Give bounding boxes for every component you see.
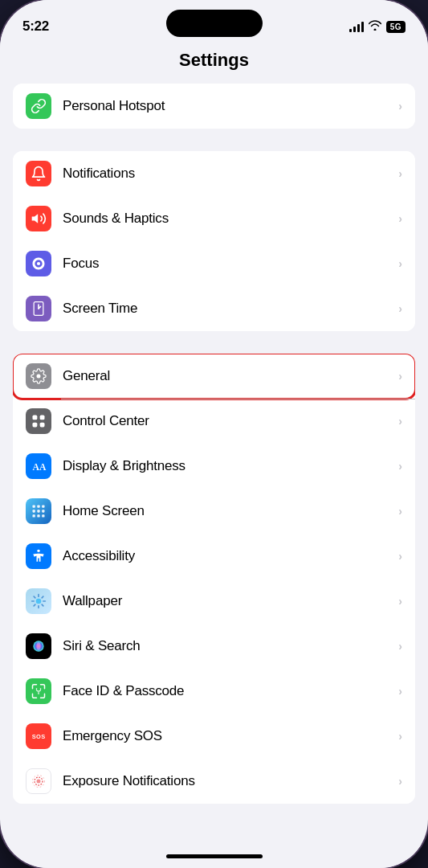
chevron-icon: ›	[398, 212, 402, 225]
svg-point-1	[37, 262, 40, 265]
svg-line-26	[34, 596, 35, 598]
svg-rect-12	[37, 506, 39, 508]
general-icon	[26, 363, 51, 389]
chevron-icon: ›	[398, 550, 402, 563]
emergency-sos-row[interactable]: SOS Emergency SOS ›	[13, 714, 415, 759]
general-label: General	[63, 368, 392, 384]
svg-rect-18	[37, 514, 39, 517]
notifications-row[interactable]: Notifications ›	[13, 151, 415, 196]
notifications-group: Notifications › Sounds & Haptics ›	[13, 151, 415, 331]
svg-line-27	[42, 604, 43, 606]
sounds-haptics-icon	[26, 206, 51, 231]
general-row[interactable]: General ›	[13, 354, 415, 399]
svg-rect-9	[40, 423, 45, 428]
emergency-sos-label: Emergency SOS	[63, 728, 392, 744]
svg-rect-19	[42, 514, 44, 517]
svg-line-29	[34, 604, 35, 606]
sounds-haptics-label: Sounds & Haptics	[63, 211, 392, 227]
home-screen-row[interactable]: Home Screen ›	[13, 489, 415, 534]
chevron-icon: ›	[398, 167, 402, 180]
accessibility-icon	[26, 543, 51, 569]
siri-search-icon	[26, 633, 51, 659]
chevron-icon: ›	[398, 640, 402, 653]
personal-hotspot-row[interactable]: Personal Hotspot ›	[13, 84, 415, 129]
wallpaper-row[interactable]: Wallpaper ›	[13, 579, 415, 624]
chevron-icon: ›	[398, 460, 402, 473]
home-screen-label: Home Screen	[63, 503, 392, 519]
wifi-icon	[369, 20, 381, 33]
svg-rect-14	[33, 510, 35, 512]
svg-line-28	[42, 596, 43, 598]
control-center-icon	[26, 408, 51, 434]
chevron-icon: ›	[398, 730, 402, 743]
accessibility-label: Accessibility	[63, 548, 392, 564]
emergency-sos-icon: SOS	[26, 723, 51, 749]
home-screen-icon	[26, 498, 51, 524]
battery-icon: 5G	[386, 21, 406, 33]
screen: 5:22 5G	[0, 0, 428, 868]
svg-point-21	[36, 599, 42, 604]
display-brightness-row[interactable]: AA Display & Brightness ›	[13, 444, 415, 489]
chevron-icon: ›	[398, 775, 402, 788]
chevron-icon: ›	[398, 505, 402, 518]
hotspot-group: Personal Hotspot ›	[13, 84, 415, 129]
svg-point-20	[37, 550, 39, 552]
svg-rect-15	[37, 510, 39, 512]
exposure-notifications-icon	[26, 768, 51, 794]
status-time: 5:22	[22, 18, 49, 35]
svg-rect-17	[33, 514, 35, 517]
notifications-label: Notifications	[63, 166, 392, 182]
svg-point-32	[36, 688, 38, 690]
page-title: Settings	[0, 43, 428, 84]
svg-point-35	[37, 780, 41, 784]
control-center-label: Control Center	[63, 413, 392, 429]
control-center-row[interactable]: Control Center ›	[13, 399, 415, 444]
svg-point-31	[37, 642, 41, 650]
svg-rect-8	[33, 423, 38, 428]
chevron-icon: ›	[398, 370, 402, 383]
svg-rect-11	[33, 506, 35, 508]
personal-hotspot-label: Personal Hotspot	[63, 98, 392, 114]
status-icons: 5G	[349, 20, 406, 33]
screen-time-icon	[26, 296, 51, 321]
svg-point-5	[37, 375, 41, 379]
svg-text:AA: AA	[33, 462, 47, 473]
settings-content[interactable]: Settings Personal Hotspot ›	[0, 43, 428, 844]
chevron-icon: ›	[398, 100, 402, 113]
face-id-label: Face ID & Passcode	[63, 683, 392, 699]
chevron-icon: ›	[398, 257, 402, 270]
status-bar: 5:22 5G	[0, 0, 428, 43]
home-indicator-area	[0, 844, 428, 868]
focus-label: Focus	[63, 256, 392, 272]
chevron-icon: ›	[398, 302, 402, 315]
svg-point-33	[40, 688, 42, 690]
chevron-icon: ›	[398, 685, 402, 698]
personal-hotspot-icon	[26, 93, 51, 119]
chevron-icon: ›	[398, 595, 402, 608]
face-id-row[interactable]: Face ID & Passcode ›	[13, 669, 415, 714]
exposure-notifications-row[interactable]: Exposure Notifications ›	[13, 759, 415, 804]
exposure-notifications-label: Exposure Notifications	[63, 773, 392, 789]
svg-rect-6	[33, 416, 38, 420]
focus-row[interactable]: Focus ›	[13, 241, 415, 286]
display-brightness-icon: AA	[26, 453, 51, 479]
wallpaper-label: Wallpaper	[63, 593, 392, 609]
signal-icon	[349, 21, 364, 32]
sounds-haptics-row[interactable]: Sounds & Haptics ›	[13, 196, 415, 241]
wallpaper-icon	[26, 588, 51, 614]
dynamic-island	[166, 10, 263, 37]
focus-icon	[26, 251, 51, 276]
face-id-icon	[26, 678, 51, 704]
screen-time-row[interactable]: Screen Time ›	[13, 286, 415, 331]
chevron-icon: ›	[398, 415, 402, 428]
general-group: General › Control Center ›	[13, 354, 415, 804]
svg-rect-7	[40, 416, 45, 420]
notifications-icon	[26, 161, 51, 186]
siri-search-label: Siri & Search	[63, 638, 392, 654]
svg-text:SOS: SOS	[32, 733, 46, 740]
screen-time-label: Screen Time	[63, 301, 392, 317]
accessibility-row[interactable]: Accessibility ›	[13, 534, 415, 579]
siri-search-row[interactable]: Siri & Search ›	[13, 624, 415, 669]
svg-rect-16	[42, 510, 44, 512]
display-brightness-label: Display & Brightness	[63, 458, 392, 474]
